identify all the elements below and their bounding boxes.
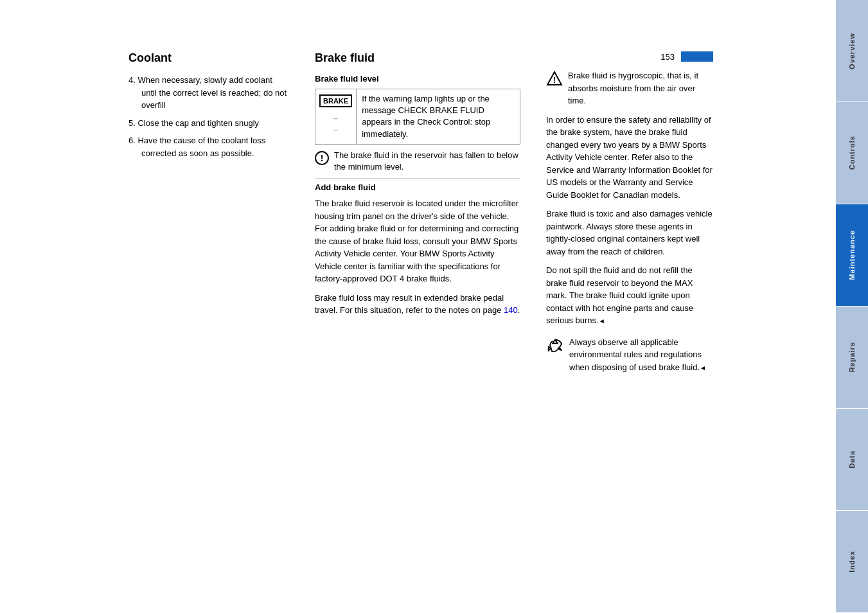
hygroscopic-row: ! Brake fluid is hygroscopic, that is, i… (546, 69, 713, 107)
nav-tab-index[interactable]: Index (836, 511, 868, 613)
loss-text-start: Brake fluid loss may result in extended … (315, 293, 504, 315)
divider (315, 178, 520, 179)
page-number: 153 (660, 52, 675, 62)
brake-icon-row: ! The brake fluid in the reservoir has f… (315, 150, 520, 173)
loss-link[interactable]: 140 (504, 305, 518, 315)
svg-text:!: ! (553, 76, 556, 85)
nav-tab-repairs[interactable]: Repairs (836, 306, 868, 409)
side-nav: Overview Controls Maintenance Repairs Da… (836, 0, 868, 613)
spill-content: Do not spill the fluid and do not refill… (546, 265, 693, 325)
nav-tab-data[interactable]: Data (836, 409, 868, 511)
add-brake-body: The brake fluid reservoir is located und… (315, 197, 520, 285)
list-item: 6. Have the cause of the coolant loss co… (128, 134, 289, 159)
page-number-row: 153 (546, 51, 713, 62)
brake-warning-content: If the warning lamp lights up or the mes… (362, 94, 490, 139)
brake-level-subtitle: Brake fluid level (315, 74, 520, 84)
coolant-title: Coolant (128, 51, 289, 65)
brake-loss-text: Brake fluid loss may result in extended … (315, 292, 520, 317)
nav-tab-overview-label: Overview (848, 28, 856, 75)
nav-tab-controls[interactable]: Controls (836, 102, 868, 204)
brake-warning-box: BRAKE ⎯ ⎯ If the warning lamp lights up … (315, 89, 520, 145)
page-container: Overview Controls Maintenance Repairs Da… (0, 0, 868, 613)
warning-section: 153 ! Brake fluid is hygroscopic, that i… (546, 51, 713, 574)
list-item: 5. Close the cap and tighten snugly (128, 117, 289, 130)
list-item: 4. When necessary, slowly add coolant un… (128, 74, 289, 112)
hygroscopic-content: Brake fluid is hygroscopic, that is, it … (568, 71, 698, 105)
brake-section: Brake fluid Brake fluid level BRAKE ⎯ ⎯ … (315, 51, 520, 574)
brake-label: BRAKE (319, 94, 352, 107)
nav-tab-maintenance[interactable]: Maintenance (836, 204, 868, 306)
nav-tab-repairs-label: Repairs (848, 337, 856, 377)
brake-warning-text: If the warning lamp lights up or the mes… (357, 89, 520, 144)
exclamation-icon: ! (315, 151, 329, 165)
env-text: Always observe all applicable environmen… (569, 336, 713, 374)
brake-circle-text: The brake fluid in the reservoir has fal… (334, 150, 520, 173)
brake-fluid-title: Brake fluid (315, 51, 520, 65)
loss-end: . (518, 305, 520, 315)
blue-bar (681, 51, 713, 62)
add-brake-subtitle: Add brake fluid (315, 182, 520, 192)
spill-back-mark: ◄ (599, 317, 605, 324)
spill-text: Do not spill the fluid and do not refill… (546, 264, 713, 327)
nav-tab-data-label: Data (848, 445, 856, 474)
brake-label-col: BRAKE ⎯ ⎯ (315, 89, 357, 144)
nav-tab-index-label: Index (848, 546, 856, 578)
nav-tab-maintenance-label: Maintenance (848, 225, 856, 285)
safety-text: In order to ensure the safety and reliab… (546, 114, 713, 202)
recycle-icon (546, 337, 564, 355)
coolant-list: 4. When necessary, slowly add coolant un… (128, 74, 289, 159)
hygroscopic-text: Brake fluid is hygroscopic, that is, it … (568, 69, 713, 107)
env-content: Always observe all applicable environmen… (569, 337, 702, 372)
toxic-text: Brake fluid is toxic and also damages ve… (546, 208, 713, 258)
env-row: Always observe all applicable environmen… (546, 336, 713, 374)
main-content: Coolant 4. When necessary, slowly add co… (0, 0, 868, 613)
nav-tab-controls-label: Controls (848, 130, 856, 175)
nav-tab-overview[interactable]: Overview (836, 0, 868, 102)
warning-triangle-icon: ! (546, 71, 563, 86)
env-back-mark: ◄ (700, 364, 706, 371)
coolant-section: Coolant 4. When necessary, slowly add co… (128, 51, 289, 574)
